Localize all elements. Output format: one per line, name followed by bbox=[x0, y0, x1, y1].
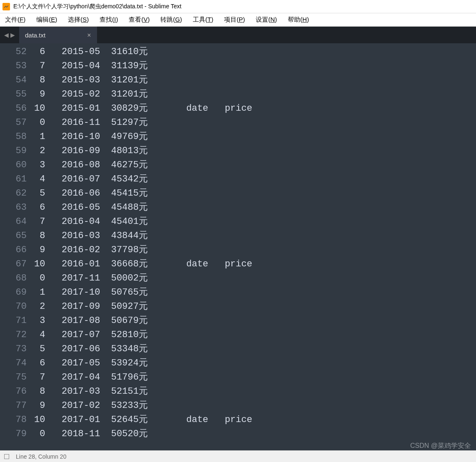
menu-bar: 文件(F)编辑(E)选择(S)查找(I)查看(V)转跳(G)工具(T)项目(P)… bbox=[0, 13, 476, 27]
menu-item-1[interactable]: 编辑(E) bbox=[35, 15, 59, 25]
menu-item-6[interactable]: 工具(T) bbox=[191, 15, 215, 25]
line-number: 59 bbox=[0, 144, 34, 158]
line-content: 6 2016-05 45488元 bbox=[34, 201, 148, 215]
line-content: 3 2016-08 46275元 bbox=[34, 158, 148, 172]
line-content: 6 2015-05 31610元 bbox=[34, 45, 148, 59]
editor-line: 77 9 2017-02 53233元 bbox=[0, 399, 476, 413]
editor-line: 66 9 2016-02 37798元 bbox=[0, 243, 476, 257]
line-number: 68 bbox=[0, 271, 34, 286]
line-content: 6 2017-05 53924元 bbox=[34, 356, 148, 370]
line-number: 54 bbox=[0, 73, 34, 87]
editor-line: 62 5 2016-06 45415元 bbox=[0, 186, 476, 201]
menu-item-5[interactable]: 转跳(G) bbox=[159, 15, 184, 25]
line-content: 7 2015-04 31139元 bbox=[34, 59, 148, 73]
status-box-icon[interactable] bbox=[4, 454, 9, 459]
line-content: 1 2017-10 50765元 bbox=[34, 286, 148, 300]
line-number: 70 bbox=[0, 300, 34, 314]
line-number: 78 bbox=[0, 413, 34, 427]
line-number: 67 bbox=[0, 257, 34, 271]
line-content: 0 2018-11 50520元 bbox=[34, 427, 148, 441]
editor-line: 73 5 2017-06 53348元 bbox=[0, 342, 476, 356]
line-content: 4 2016-07 45342元 bbox=[34, 172, 148, 186]
editor-line: 60 3 2016-08 46275元 bbox=[0, 158, 476, 172]
line-content: 7 2017-04 51796元 bbox=[34, 370, 148, 385]
line-number: 77 bbox=[0, 399, 34, 413]
line-number: 73 bbox=[0, 342, 34, 356]
editor-line: 68 0 2017-11 50002元 bbox=[0, 271, 476, 286]
editor-line: 59 2 2016-09 48013元 bbox=[0, 144, 476, 158]
line-number: 79 bbox=[0, 427, 34, 441]
nav-left-icon[interactable]: ◀ bbox=[4, 32, 9, 38]
line-content: 5 2016-06 45415元 bbox=[34, 186, 148, 201]
editor-line: 63 6 2016-05 45488元 bbox=[0, 201, 476, 215]
editor-area[interactable]: 52 6 2015-05 31610元53 7 2015-04 31139元54… bbox=[0, 43, 476, 450]
line-content: 0 2017-11 50002元 bbox=[34, 271, 148, 286]
line-number: 64 bbox=[0, 215, 34, 229]
editor-line: 64 7 2016-04 45401元 bbox=[0, 215, 476, 229]
tab-nav-arrows: ◀ ▶ bbox=[0, 27, 19, 43]
line-number: 72 bbox=[0, 328, 34, 342]
line-content: 0 2016-11 51297元 bbox=[34, 116, 148, 130]
line-number: 52 bbox=[0, 45, 34, 59]
tab-bar: ◀ ▶ data.txt × bbox=[0, 27, 476, 43]
line-number: 75 bbox=[0, 370, 34, 385]
editor-line: 52 6 2015-05 31610元 bbox=[0, 45, 476, 59]
editor-line: 79 0 2018-11 50520元 bbox=[0, 427, 476, 441]
line-content: 2 2016-09 48013元 bbox=[34, 144, 148, 158]
editor-line: 65 8 2016-03 43844元 bbox=[0, 229, 476, 243]
menu-item-8[interactable]: 设置(N) bbox=[254, 15, 279, 25]
menu-item-4[interactable]: 查看(V) bbox=[127, 15, 151, 25]
editor-line: 75 7 2017-04 51796元 bbox=[0, 370, 476, 385]
status-text: Line 28, Column 20 bbox=[16, 453, 66, 460]
menu-item-2[interactable]: 选择(S) bbox=[66, 15, 90, 25]
nav-right-icon[interactable]: ▶ bbox=[10, 32, 15, 38]
editor-line: 57 0 2016-11 51297元 bbox=[0, 116, 476, 130]
line-content: 5 2017-06 53348元 bbox=[34, 342, 148, 356]
line-content: 2 2017-09 50927元 bbox=[34, 300, 148, 314]
tab-data-txt[interactable]: data.txt × bbox=[19, 27, 97, 43]
tab-label: data.txt bbox=[25, 32, 45, 39]
editor-line: 71 3 2017-08 50679元 bbox=[0, 314, 476, 328]
line-content: 9 2016-02 37798元 bbox=[34, 243, 148, 257]
line-number: 61 bbox=[0, 172, 34, 186]
line-number: 60 bbox=[0, 158, 34, 172]
editor-line: 55 9 2015-02 31201元 bbox=[0, 87, 476, 102]
line-content: 7 2016-04 45401元 bbox=[34, 215, 148, 229]
line-content: 3 2017-08 50679元 bbox=[34, 314, 148, 328]
line-content: 8 2017-03 52151元 bbox=[34, 385, 148, 399]
editor-line: 58 1 2016-10 49769元 bbox=[0, 130, 476, 144]
line-number: 76 bbox=[0, 385, 34, 399]
line-content: 8 2016-03 43844元 bbox=[34, 229, 148, 243]
line-content: 10 2016-01 36668元 date price bbox=[34, 257, 252, 271]
editor-line: 54 8 2015-03 31201元 bbox=[0, 73, 476, 87]
editor-line: 70 2 2017-09 50927元 bbox=[0, 300, 476, 314]
line-number: 71 bbox=[0, 314, 34, 328]
close-icon[interactable]: × bbox=[87, 32, 91, 39]
line-number: 65 bbox=[0, 229, 34, 243]
window-title: E:\个人文件\个人学习\python\爬虫demo02\data.txt - … bbox=[13, 3, 182, 10]
line-content: 9 2015-02 31201元 bbox=[34, 87, 148, 102]
editor-line: 7810 2017-01 52645元 date price bbox=[0, 413, 476, 427]
line-number: 74 bbox=[0, 356, 34, 370]
line-number: 69 bbox=[0, 286, 34, 300]
editor-line: 76 8 2017-03 52151元 bbox=[0, 385, 476, 399]
line-number: 66 bbox=[0, 243, 34, 257]
line-content: 10 2017-01 52645元 date price bbox=[34, 413, 252, 427]
line-number: 62 bbox=[0, 186, 34, 201]
menu-item-0[interactable]: 文件(F) bbox=[3, 15, 27, 25]
editor-line: 72 4 2017-07 52810元 bbox=[0, 328, 476, 342]
app-icon bbox=[2, 3, 10, 10]
line-number: 55 bbox=[0, 87, 34, 102]
editor-lines: 52 6 2015-05 31610元53 7 2015-04 31139元54… bbox=[0, 43, 476, 441]
editor-line: 5610 2015-01 30829元 date price bbox=[0, 102, 476, 116]
line-number: 57 bbox=[0, 116, 34, 130]
menu-item-3[interactable]: 查找(I) bbox=[98, 15, 120, 25]
line-content: 10 2015-01 30829元 date price bbox=[34, 102, 252, 116]
menu-item-9[interactable]: 帮助(H) bbox=[286, 15, 311, 25]
editor-line: 61 4 2016-07 45342元 bbox=[0, 172, 476, 186]
line-content: 9 2017-02 53233元 bbox=[34, 399, 148, 413]
line-content: 8 2015-03 31201元 bbox=[34, 73, 148, 87]
status-bar: Line 28, Column 20 bbox=[0, 450, 476, 462]
menu-item-7[interactable]: 项目(P) bbox=[222, 15, 247, 25]
editor-line: 74 6 2017-05 53924元 bbox=[0, 356, 476, 370]
